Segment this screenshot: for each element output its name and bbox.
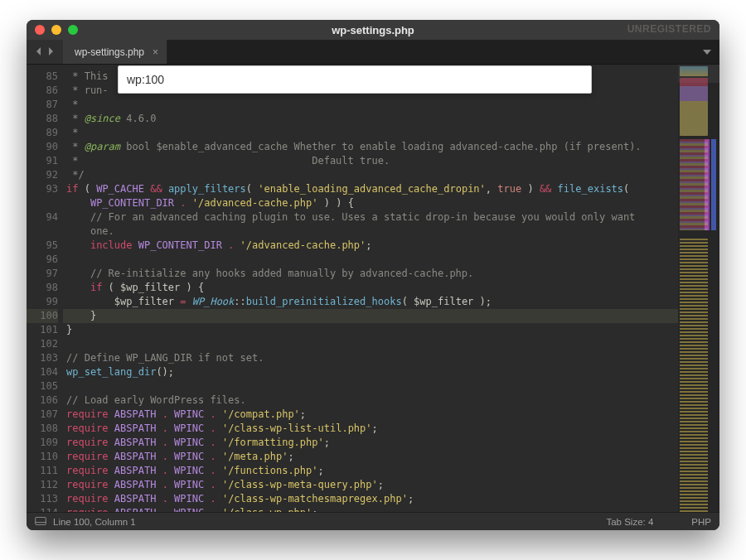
tab-label: wp-settings.php	[75, 46, 144, 58]
registration-label: UNREGISTERED	[627, 23, 711, 35]
line-number: 96	[27, 253, 58, 267]
nav-back-button[interactable]	[35, 46, 43, 58]
code-line	[66, 337, 678, 351]
goto-input-value: wp:100	[127, 73, 164, 86]
line-number: 94	[27, 210, 58, 224]
line-number: 113	[27, 492, 58, 506]
code-line: include WP_CONTENT_DIR . '/advanced-cach…	[66, 239, 678, 253]
line-number: 104	[27, 365, 58, 379]
line-number: 107	[27, 408, 58, 422]
line-number: 105	[27, 379, 58, 393]
line-number: 95	[27, 239, 58, 253]
line-number: 106	[27, 393, 58, 408]
line-number: 98	[27, 281, 58, 295]
code-line: require ABSPATH . WPINC . '/class-wp.php…	[66, 506, 678, 512]
line-number: 100	[27, 309, 58, 323]
nav-arrows	[27, 40, 63, 64]
line-number: 87	[27, 98, 58, 112]
zoom-window-button[interactable]	[68, 25, 78, 35]
line-number: 85	[27, 70, 58, 84]
code-line: // For an advanced caching plugin to use…	[66, 210, 678, 224]
code-line	[66, 379, 678, 393]
code-line: require ABSPATH . WPINC . '/class-wp-mat…	[66, 492, 678, 506]
code-line: require ABSPATH . WPINC . '/meta.php';	[66, 450, 678, 464]
code-line: * @param bool $enable_advanced_cache Whe…	[66, 140, 678, 154]
code-line: */	[66, 168, 678, 182]
line-number: 109	[27, 436, 58, 450]
code-line: *	[66, 98, 678, 112]
goto-input[interactable]: wp:100	[118, 65, 592, 94]
line-number: 99	[27, 295, 58, 309]
line-number: 112	[27, 478, 58, 492]
tab-overflow-button[interactable]	[695, 40, 719, 64]
code-line: // Re-initialize any hooks added manuall…	[66, 267, 678, 281]
code-line: $wp_filter = WP_Hook::build_preinitializ…	[66, 295, 678, 309]
code-line: require ABSPATH . WPINC . '/class-wp-met…	[66, 478, 678, 492]
tab-bar: wp-settings.php ×	[27, 40, 719, 65]
status-bar: Line 100, Column 1 Tab Size: 4 PHP	[27, 512, 719, 530]
window-title: wp-settings.php	[332, 24, 414, 36]
line-number: 103	[27, 351, 58, 365]
status-tab-size[interactable]: Tab Size: 4	[606, 517, 653, 527]
line-number: 88	[27, 112, 58, 126]
line-number: 92	[27, 168, 58, 182]
tab-active[interactable]: wp-settings.php ×	[63, 40, 167, 64]
code-line: // Load early WordPress files.	[66, 393, 678, 408]
line-number: 90	[27, 140, 58, 154]
code-line: *	[66, 126, 678, 140]
line-number: 93	[27, 182, 58, 196]
line-number: 111	[27, 464, 58, 478]
status-language[interactable]: PHP	[691, 517, 711, 527]
code-line: // Define WP_LANG_DIR if not set.	[66, 351, 678, 365]
svg-rect-0	[36, 517, 46, 524]
code-line: require ABSPATH . WPINC . '/functions.ph…	[66, 464, 678, 478]
editor-window: wp-settings.php UNREGISTERED wp-settings…	[27, 20, 719, 530]
code-line: one.	[66, 224, 678, 239]
minimize-window-button[interactable]	[51, 25, 61, 35]
code-line: WP_CONTENT_DIR . '/advanced-cache.php' )…	[66, 196, 678, 210]
code-line: require ABSPATH . WPINC . '/formatting.p…	[66, 436, 678, 450]
code-line: if ( WP_CACHE && apply_filters( 'enable_…	[66, 182, 678, 196]
line-number: 89	[27, 126, 58, 140]
line-number: 97	[27, 267, 58, 281]
titlebar: wp-settings.php UNREGISTERED	[27, 20, 719, 40]
line-number: 110	[27, 450, 58, 464]
tab-close-icon[interactable]: ×	[153, 46, 158, 58]
nav-forward-button[interactable]	[46, 46, 55, 58]
panel-switch-icon[interactable]	[35, 517, 46, 527]
line-number-gutter: 8586878889909192939495969798991001011021…	[27, 65, 63, 512]
code-line: * @since 4.6.0	[66, 112, 678, 126]
code-line	[66, 253, 678, 267]
code-view[interactable]: * This * run- * * @since 4.6.0 * * @para…	[63, 65, 678, 512]
window-controls	[35, 25, 78, 35]
status-cursor: Line 100, Column 1	[53, 517, 136, 527]
minimap[interactable]	[678, 65, 719, 512]
line-number: 91	[27, 154, 58, 168]
line-number: 101	[27, 323, 58, 337]
code-line: require ABSPATH . WPINC . '/compat.php';	[66, 408, 678, 422]
code-line: }	[66, 323, 678, 337]
code-line: wp_set_lang_dir();	[66, 365, 678, 379]
code-line: }	[63, 309, 678, 323]
code-line: require ABSPATH . WPINC . '/class-wp-lis…	[66, 422, 678, 436]
line-number: 108	[27, 422, 58, 436]
code-line: if ( $wp_filter ) {	[66, 281, 678, 295]
line-number: 114	[27, 506, 58, 512]
close-window-button[interactable]	[35, 25, 45, 35]
code-line: * Default true.	[66, 154, 678, 168]
line-number: 86	[27, 84, 58, 98]
line-number: 102	[27, 337, 58, 351]
editor-area: wp:100 858687888990919293949596979899100…	[27, 65, 719, 512]
